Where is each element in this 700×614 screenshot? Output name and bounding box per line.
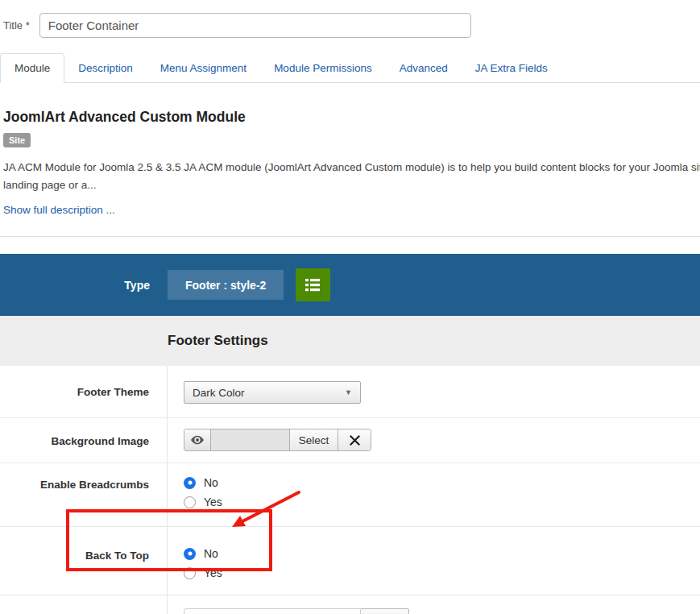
background-image-input[interactable] — [211, 429, 289, 450]
radio-selected-icon[interactable] — [184, 548, 196, 560]
tab-module[interactable]: Module — [0, 53, 64, 83]
type-label: Type — [0, 279, 168, 292]
back-to-top-option-yes[interactable]: Yes — [184, 566, 700, 579]
enable-breadcrumbs-label: Enable Breadcrumbs — [0, 463, 168, 526]
module-edit-page: Title * Module Description Menu Assignme… — [0, 0, 700, 614]
title-row: Title * — [0, 0, 700, 38]
back-to-top-row: Back To Top No Yes — [0, 527, 700, 595]
enable-breadcrumbs-row: Enable Breadcrumbs No Yes — [0, 463, 700, 527]
back-to-top-label: Back To Top — [0, 527, 168, 595]
footer-settings-heading: Footer Settings — [0, 333, 268, 349]
background-image-media-group: Select — [184, 429, 371, 451]
radio-label-no: No — [204, 547, 218, 560]
site-badge: Site — [3, 133, 31, 147]
radio-selected-icon[interactable] — [184, 477, 196, 489]
background-image-row: Background Image Select — [0, 418, 700, 463]
show-full-description-link[interactable]: Show full description ... — [3, 204, 115, 216]
left-position-input[interactable] — [184, 608, 361, 614]
module-description-line2: landing page or a... — [3, 176, 700, 194]
tab-menu-assignment[interactable]: Menu Assignment — [147, 54, 260, 82]
module-heading: JoomlArt Advanced Custom Module — [3, 109, 700, 126]
left-position-group: Select — [184, 608, 700, 614]
enable-breadcrumbs-option-yes[interactable]: Yes — [184, 496, 700, 508]
preview-button[interactable] — [184, 429, 211, 450]
title-input[interactable] — [39, 13, 471, 38]
module-description: JA ACM Module for Joomla 2.5 & 3.5 JA AC… — [3, 159, 700, 193]
list-icon — [305, 278, 321, 292]
type-value-button[interactable]: Footer : style-2 — [168, 270, 284, 300]
footer-theme-selected-value: Dark Color — [193, 387, 245, 399]
footer-settings-band: Footer Settings — [0, 316, 700, 366]
radio-label-no: No — [204, 476, 218, 489]
radio-unselected-icon[interactable] — [184, 567, 196, 579]
footer-theme-row: Footer Theme Dark Color ▼ — [0, 366, 700, 418]
chevron-down-icon: ▼ — [345, 388, 352, 396]
radio-unselected-icon[interactable] — [184, 496, 196, 508]
background-image-select-button[interactable]: Select — [289, 429, 338, 450]
eye-icon — [191, 435, 204, 445]
title-field-label: Title * — [3, 19, 30, 31]
back-to-top-option-no[interactable]: No — [184, 547, 700, 560]
tab-module-permissions[interactable]: Module Permissions — [260, 54, 386, 82]
radio-label-yes: Yes — [204, 566, 222, 579]
enable-breadcrumbs-option-no[interactable]: No — [184, 476, 700, 489]
x-icon — [350, 435, 360, 446]
module-description-line1: JA ACM Module for Joomla 2.5 & 3.5 JA AC… — [3, 159, 700, 176]
background-image-label: Background Image — [0, 418, 168, 463]
clear-button[interactable] — [338, 429, 371, 450]
footer-theme-label: Footer Theme — [0, 366, 168, 417]
tab-ja-extra-fields[interactable]: JA Extra Fields — [462, 54, 561, 82]
type-band: Type Footer : style-2 — [0, 254, 700, 316]
tab-description[interactable]: Description — [64, 54, 147, 82]
left-position-label: Left Position — [0, 595, 168, 614]
module-info: JoomlArt Advanced Custom Module Site JA … — [0, 83, 700, 217]
footer-theme-select[interactable]: Dark Color ▼ — [184, 381, 361, 404]
tab-advanced[interactable]: Advanced — [386, 54, 462, 82]
left-position-select-button[interactable]: Select — [361, 608, 409, 614]
module-tabbar: Module Description Menu Assignment Modul… — [0, 53, 700, 83]
radio-label-yes: Yes — [204, 496, 222, 508]
left-position-row: Left Position Select — [0, 595, 700, 614]
section-divider — [0, 236, 700, 237]
type-list-button[interactable] — [296, 268, 330, 301]
